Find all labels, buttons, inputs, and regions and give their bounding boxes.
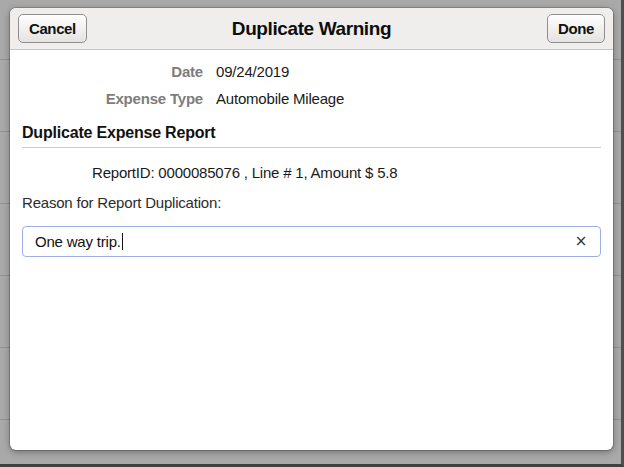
dialog-header: Cancel Duplicate Warning Done xyxy=(10,8,613,50)
clear-input-icon[interactable]: × xyxy=(575,234,587,249)
duplicate-expense-report-heading: Duplicate Expense Report xyxy=(22,124,601,148)
date-field-row: Date 09/24/2019 xyxy=(22,63,601,80)
expense-type-field-row: Expense Type Automobile Mileage xyxy=(22,90,601,107)
reason-input[interactable]: One way trip. × xyxy=(22,226,601,257)
dialog-body: Date 09/24/2019 Expense Type Automobile … xyxy=(10,50,613,257)
reason-input-value: One way trip. xyxy=(35,233,121,250)
date-value: 09/24/2019 xyxy=(216,63,289,80)
cancel-button[interactable]: Cancel xyxy=(18,14,87,43)
text-caret xyxy=(122,233,123,250)
done-button[interactable]: Done xyxy=(547,14,605,43)
expense-type-label: Expense Type xyxy=(22,90,203,107)
date-label: Date xyxy=(22,63,203,80)
duplicate-report-detail: ReportID: 0000085076 , Line # 1, Amount … xyxy=(92,164,601,181)
dialog-title: Duplicate Warning xyxy=(10,18,613,40)
reason-for-duplication-label: Reason for Report Duplication: xyxy=(22,194,601,211)
duplicate-warning-dialog: Cancel Duplicate Warning Done Date 09/24… xyxy=(10,8,613,450)
expense-type-value: Automobile Mileage xyxy=(216,90,344,107)
